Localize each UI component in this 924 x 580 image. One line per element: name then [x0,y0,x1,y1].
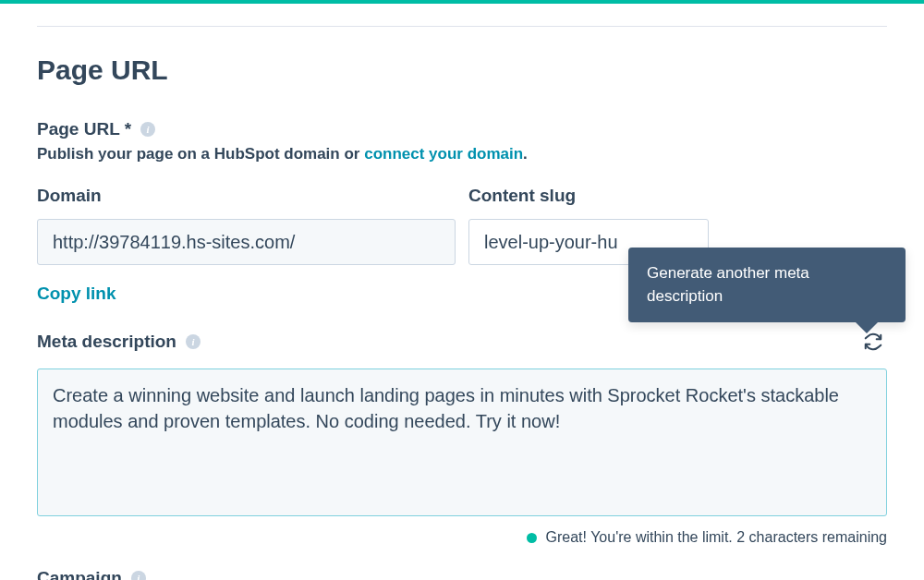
slug-label: Content slug [468,186,887,206]
regenerate-tooltip: Generate another meta description [628,248,906,322]
meta-label-wrap: Meta description i [37,332,201,352]
domain-column: Domain [37,186,456,265]
meta-description-label: Meta description [37,332,176,352]
section-heading-page-url: Page URL [37,54,887,86]
domain-input[interactable] [37,219,456,265]
page-url-helper: Publish your page on a HubSpot domain or… [37,145,887,163]
status-indicator-dot [527,533,537,543]
page-url-label-row: Page URL * i [37,119,887,139]
meta-status-text: Great! You're within the limit. 2 charac… [546,529,887,546]
page-url-label: Page URL * [37,119,131,139]
refresh-icon [863,332,883,352]
page-settings-panel: Page URL Page URL * i Publish your page … [0,26,924,580]
info-icon[interactable]: i [131,571,146,580]
meta-description-header-row: Meta description i [37,328,887,356]
copy-link-button[interactable]: Copy link [37,284,116,304]
helper-suffix: . [523,145,528,163]
domain-label: Domain [37,186,456,206]
meta-status-row: Great! You're within the limit. 2 charac… [37,529,887,546]
section-divider [37,26,887,27]
info-icon[interactable]: i [140,122,155,137]
tooltip-text: Generate another meta description [647,264,809,305]
meta-description-textarea[interactable] [37,369,887,516]
campaign-label: Campaign [37,568,122,580]
connect-domain-link[interactable]: connect your domain [364,145,523,163]
helper-prefix: Publish your page on a HubSpot domain or [37,145,364,163]
info-icon[interactable]: i [186,334,201,349]
campaign-label-row: Campaign i [37,568,887,580]
